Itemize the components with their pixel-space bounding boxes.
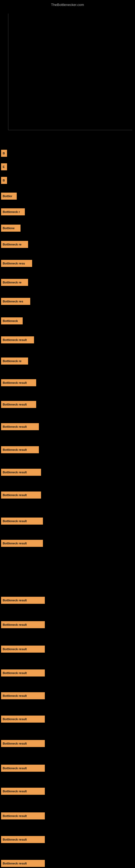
result-item-9: Bottleneck re <box>1 279 28 286</box>
result-box-23: Bottleneck result <box>1 621 45 628</box>
result-item-7: Bottleneck re <box>1 241 28 248</box>
result-box-11: Bottleneck <box>1 317 23 324</box>
result-box-15: Bottleneck result <box>1 401 36 408</box>
site-title: TheBottlenecker.com <box>51 3 84 7</box>
result-item-4: Bottler <box>1 193 17 199</box>
result-item-5: Bottleneck r <box>1 208 25 215</box>
result-box-5: Bottleneck r <box>1 208 25 215</box>
result-item-6: Bottlene <box>1 225 20 231</box>
result-item-27: Bottleneck result <box>1 716 45 723</box>
result-box-31: Bottleneck result <box>1 812 45 819</box>
result-box-18: Bottleneck result <box>1 469 41 476</box>
result-box-16: Bottleneck result <box>1 423 39 430</box>
result-box-20: Bottleneck result <box>1 518 43 525</box>
result-box-21: Bottleneck result <box>1 540 43 547</box>
result-box-28: Bottleneck result <box>1 740 45 747</box>
result-item-15: Bottleneck result <box>1 401 36 408</box>
result-item-1: B <box>1 150 7 157</box>
result-item-2: E <box>1 163 7 170</box>
result-item-3: B <box>1 177 7 184</box>
result-item-29: Bottleneck result <box>1 765 45 772</box>
result-item-21: Bottleneck result <box>1 540 43 547</box>
result-item-18: Bottleneck result <box>1 469 41 476</box>
result-box-26: Bottleneck result <box>1 692 45 699</box>
result-item-17: Bottleneck result <box>1 446 39 453</box>
result-item-28: Bottleneck result <box>1 740 45 747</box>
result-box-3: B <box>1 177 7 184</box>
result-item-12: Bottleneck result <box>1 336 34 343</box>
result-item-16: Bottleneck result <box>1 423 39 430</box>
result-box-29: Bottleneck result <box>1 765 45 772</box>
result-item-14: Bottleneck result <box>1 379 36 386</box>
result-item-33: Bottleneck result <box>1 860 45 867</box>
result-box-6: Bottlene <box>1 225 20 231</box>
result-box-27: Bottleneck result <box>1 716 45 723</box>
result-box-33: Bottleneck result <box>1 860 45 867</box>
result-item-32: Bottleneck result <box>1 836 45 843</box>
result-box-9: Bottleneck re <box>1 279 28 286</box>
result-box-22: Bottleneck result <box>1 597 45 604</box>
result-box-25: Bottleneck result <box>1 670 45 677</box>
result-item-26: Bottleneck result <box>1 692 45 699</box>
result-item-23: Bottleneck result <box>1 621 45 628</box>
result-box-19: Bottleneck result <box>1 492 41 499</box>
result-box-8: Bottleneck resu <box>1 260 32 267</box>
result-box-13: Bottleneck re <box>1 358 28 365</box>
result-item-10: Bottleneck res <box>1 298 30 305</box>
result-box-4: Bottler <box>1 193 17 199</box>
result-item-30: Bottleneck result <box>1 788 45 795</box>
result-box-30: Bottleneck result <box>1 788 45 795</box>
result-item-8: Bottleneck resu <box>1 260 32 267</box>
result-item-11: Bottleneck <box>1 317 23 324</box>
result-box-1: B <box>1 150 7 157</box>
result-box-12: Bottleneck result <box>1 336 34 343</box>
result-item-20: Bottleneck result <box>1 518 43 525</box>
result-box-7: Bottleneck re <box>1 241 28 248</box>
result-item-24: Bottleneck result <box>1 646 45 653</box>
result-item-13: Bottleneck re <box>1 358 28 365</box>
result-box-32: Bottleneck result <box>1 836 45 843</box>
result-item-31: Bottleneck result <box>1 812 45 819</box>
result-box-24: Bottleneck result <box>1 646 45 653</box>
result-box-10: Bottleneck res <box>1 298 30 305</box>
result-box-17: Bottleneck result <box>1 446 39 453</box>
site-header: TheBottlenecker.com <box>0 0 135 8</box>
result-box-14: Bottleneck result <box>1 379 36 386</box>
result-item-25: Bottleneck result <box>1 670 45 677</box>
result-box-2: E <box>1 163 7 170</box>
chart-area <box>0 8 135 138</box>
result-item-19: Bottleneck result <box>1 492 41 499</box>
results-container: B E B Bottler Bottleneck r Bottlene Bott… <box>0 138 135 868</box>
result-item-22: Bottleneck result <box>1 597 45 604</box>
